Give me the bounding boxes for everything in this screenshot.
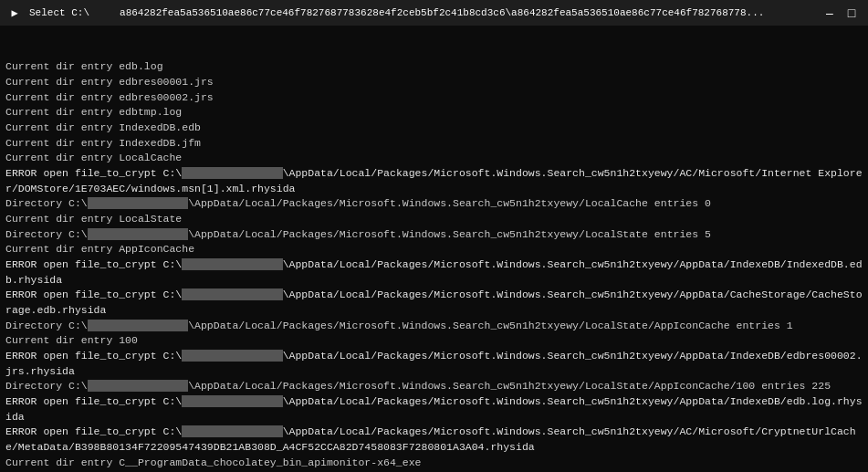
terminal-line: Directory C:\ \AppData/Local/Packages/Mi…: [5, 196, 863, 212]
window-controls: – □: [821, 4, 861, 22]
terminal-line: Current dir entry AppIconCache: [5, 242, 863, 257]
terminal-icon: ▶: [7, 5, 22, 20]
censored-text: [182, 350, 282, 362]
terminal-line: Directory C:\ \AppData/Local/Packages/Mi…: [5, 319, 863, 334]
terminal-line: ERROR open file_to_crypt C:\ \AppData/Lo…: [5, 166, 863, 196]
terminal-line: Current dir entry IndexedDB.edb: [5, 121, 863, 136]
censored-text: [88, 320, 188, 331]
window: ▶ Select C:\ a864282fea5a536510ae86c77ce…: [0, 0, 868, 472]
title-hash: a864282fea5a536510ae86c77ce46f7827687783…: [120, 7, 764, 18]
title-bar-text: Select C:\ a864282fea5a536510ae86c77ce46…: [29, 7, 813, 18]
terminal-line: Current dir entry edbtmp.log: [5, 105, 863, 121]
terminal-line: ERROR open file_to_crypt C:\ \AppData/Lo…: [5, 349, 863, 379]
censored-text: [88, 228, 188, 240]
censored-text: [182, 288, 282, 300]
title-select-label: Select C:\: [29, 7, 89, 18]
censored-text: [182, 395, 282, 407]
maximize-button[interactable]: □: [842, 4, 861, 22]
censored-text: [88, 380, 188, 392]
terminal-line: Current dir entry LocalState: [5, 212, 863, 227]
terminal-line: ERROR open file_to_crypt C:\ \AppData/Lo…: [5, 288, 863, 318]
terminal-line: Current dir entry LocalCache: [5, 151, 863, 166]
terminal-output: Current dir entry edb.logCurrent dir ent…: [0, 26, 868, 472]
censored-text: [182, 425, 282, 437]
censored-text: [182, 258, 282, 270]
terminal-line: ERROR open file_to_crypt C:\ \AppData/Lo…: [5, 394, 863, 425]
terminal-line: Current dir entry C__ProgramData_chocola…: [5, 456, 863, 471]
terminal-line: Current dir entry IndexedDB.jfm: [5, 136, 863, 152]
terminal-line: Directory C:\ \AppData/Local/Packages/Mi…: [5, 379, 863, 394]
terminal-line: Current dir entry 100: [5, 333, 863, 349]
title-bar: ▶ Select C:\ a864282fea5a536510ae86c77ce…: [0, 0, 868, 26]
terminal-line: Current dir entry edbres00002.jrs: [5, 90, 863, 106]
terminal-line: Current dir entry edb.log: [5, 59, 863, 75]
minimize-button[interactable]: –: [821, 4, 839, 22]
terminal-line: Directory C:\ \AppData/Local/Packages/Mi…: [5, 227, 863, 243]
terminal-line: ERROR open file_to_crypt C:\ \AppData/Lo…: [5, 425, 863, 455]
terminal-line: Current dir entry edbres00001.jrs: [5, 75, 863, 90]
terminal-line: ERROR open file_to_crypt C:\ \AppData/Lo…: [5, 257, 863, 288]
censored-text: [88, 197, 188, 209]
censored-text: [182, 167, 282, 179]
